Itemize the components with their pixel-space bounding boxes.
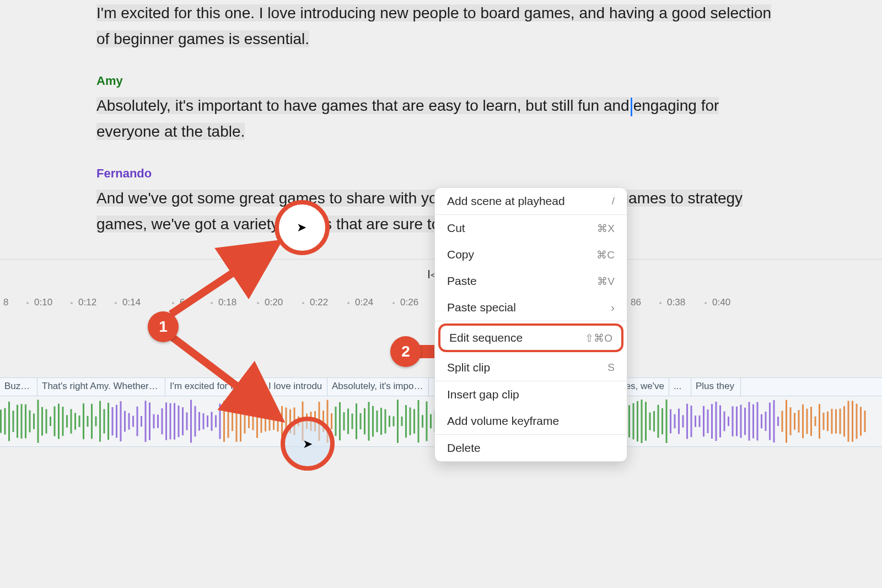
svg-rect-9	[37, 400, 39, 443]
svg-rect-203	[840, 409, 841, 434]
svg-rect-25	[104, 409, 105, 434]
time-tick: 0:26	[392, 297, 418, 308]
speaker-label-amy[interactable]: Amy	[96, 74, 786, 88]
svg-rect-182	[752, 404, 754, 439]
time-tick: 0:22	[302, 297, 328, 308]
cursor-icon: ➤	[297, 220, 306, 235]
menu-shortcut: ⌘C	[596, 249, 615, 261]
svg-rect-179	[740, 405, 742, 438]
menu-item-label: Paste	[447, 274, 477, 288]
svg-rect-183	[757, 402, 759, 441]
svg-rect-189	[782, 411, 783, 432]
chevron-right-icon: ›	[611, 301, 615, 314]
svg-rect-1	[4, 408, 6, 435]
svg-rect-26	[107, 403, 109, 440]
annotation-arrow-icon	[165, 331, 287, 424]
time-tick: 0:14	[115, 297, 141, 308]
svg-rect-96	[397, 400, 399, 443]
svg-rect-33	[137, 407, 138, 436]
svg-rect-200	[827, 412, 829, 431]
svg-rect-12	[50, 417, 51, 426]
time-tick: 0:12	[71, 297, 96, 308]
svg-rect-160	[662, 408, 663, 434]
svg-rect-177	[732, 406, 734, 436]
transcript-text[interactable]: I'm excited for this one. I love introdu…	[96, 0, 786, 52]
menu-item-paste-special[interactable]: Paste special ›	[435, 294, 627, 321]
menu-shortcut: ⌘V	[597, 275, 615, 288]
clip-segment[interactable]: Buzz pod	[0, 378, 37, 396]
clip-segment[interactable]: ...	[669, 378, 691, 396]
svg-rect-37	[153, 414, 155, 429]
svg-rect-174	[719, 406, 721, 438]
menu-item-add-volume-keyframe[interactable]: Add volume keyframe	[435, 408, 627, 434]
transcript-text[interactable]: Absolutely, it's important to have games…	[96, 93, 786, 144]
svg-line-211	[171, 336, 273, 413]
svg-rect-175	[724, 412, 725, 431]
svg-rect-83	[343, 412, 345, 430]
svg-rect-166	[686, 404, 688, 439]
svg-rect-184	[761, 414, 762, 429]
menu-item-delete[interactable]: Delete	[435, 435, 627, 461]
clip-segment[interactable]: That's right Amy. Whether y..	[37, 378, 165, 396]
cursor-icon: ➤	[303, 437, 313, 451]
svg-rect-23	[95, 417, 97, 427]
svg-rect-97	[401, 417, 403, 426]
svg-rect-199	[823, 413, 825, 430]
svg-rect-91	[377, 411, 378, 432]
svg-rect-30	[124, 411, 126, 432]
svg-rect-205	[848, 401, 849, 442]
transcript-block: Amy Absolutely, it's important to have g…	[96, 74, 786, 144]
svg-rect-98	[405, 405, 407, 438]
menu-item-copy[interactable]: Copy ⌘C	[435, 241, 627, 268]
clip-segment[interactable]: Plus they	[691, 378, 741, 396]
svg-rect-155	[641, 400, 643, 443]
clip-segment[interactable]: Absolutely, it's importa	[327, 378, 429, 396]
menu-item-edit-sequence[interactable]: Edit sequence ⇧⌘O	[438, 323, 623, 352]
svg-rect-34	[141, 416, 142, 427]
menu-item-split-clip[interactable]: Split clip S	[435, 354, 627, 381]
svg-rect-176	[728, 417, 729, 426]
svg-rect-172	[711, 404, 713, 439]
menu-item-paste[interactable]: Paste ⌘V	[435, 268, 627, 294]
svg-rect-29	[120, 401, 122, 441]
svg-rect-204	[843, 406, 845, 436]
svg-rect-163	[674, 414, 676, 428]
svg-rect-4	[17, 405, 18, 438]
menu-item-cut[interactable]: Cut ⌘X	[435, 215, 627, 241]
svg-rect-104	[430, 414, 432, 429]
svg-rect-152	[628, 405, 630, 438]
menu-item-label: Paste special	[447, 301, 516, 314]
svg-rect-162	[670, 409, 671, 434]
svg-rect-11	[46, 409, 47, 434]
svg-rect-84	[347, 409, 349, 434]
svg-rect-80	[331, 413, 332, 429]
svg-rect-201	[831, 409, 833, 434]
speaker-label-fernando[interactable]: Fernando	[96, 166, 786, 181]
svg-rect-38	[157, 415, 159, 428]
svg-rect-7	[29, 411, 31, 433]
svg-rect-87	[360, 413, 362, 429]
svg-rect-197	[815, 417, 816, 427]
svg-rect-85	[352, 414, 353, 429]
svg-rect-180	[744, 408, 746, 435]
svg-rect-171	[707, 409, 709, 433]
menu-item-label: Edit sequence	[449, 331, 523, 344]
svg-rect-173	[716, 402, 717, 441]
svg-rect-198	[819, 404, 820, 439]
menu-item-insert-gap[interactable]: Insert gap clip	[435, 381, 627, 408]
svg-rect-168	[695, 416, 696, 427]
svg-rect-0	[0, 410, 2, 433]
svg-rect-5	[21, 404, 23, 439]
svg-rect-208	[860, 407, 862, 436]
svg-rect-101	[418, 400, 420, 443]
svg-rect-159	[658, 405, 659, 438]
svg-rect-188	[777, 417, 779, 426]
svg-rect-21	[87, 416, 89, 427]
svg-rect-153	[633, 403, 634, 440]
svg-rect-32	[132, 416, 134, 427]
svg-rect-192	[794, 413, 795, 429]
menu-item-label: Copy	[447, 248, 474, 261]
svg-rect-196	[810, 407, 812, 436]
menu-item-label: Cut	[447, 222, 465, 235]
menu-item-add-scene[interactable]: Add scene at playhead /	[435, 188, 627, 214]
